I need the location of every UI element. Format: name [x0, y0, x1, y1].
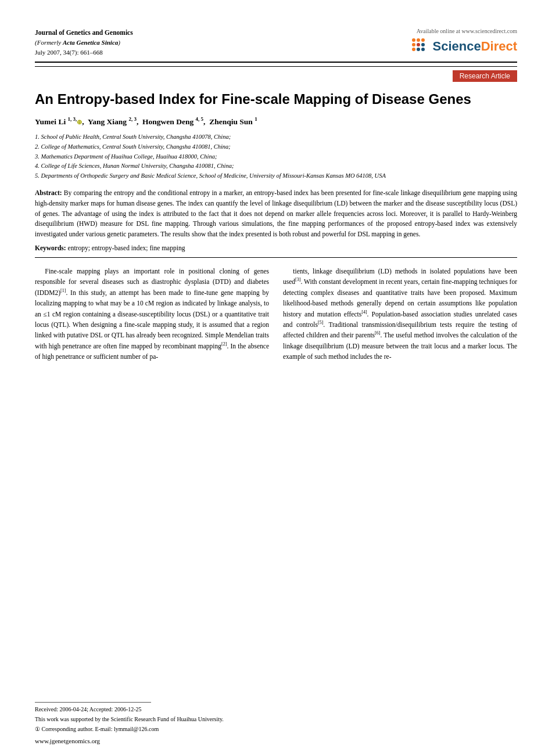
authors-line: Yumei Li 1, 3,⊕, Yang Xiang 2, 3, Hongwe…: [35, 116, 517, 127]
body-col-2: tients, linkage disequilibrium (LD) meth…: [283, 266, 517, 362]
date-volume: July 2007, 34(7): 661–668: [35, 48, 133, 57]
keywords-label: Keywords:: [35, 244, 66, 251]
sd-text: ScienceDirect: [432, 39, 517, 54]
header-divider-thin: [35, 66, 517, 67]
received-date: Received: 2006-04-24; Accepted: 2006-12-…: [35, 705, 517, 714]
formerly: (Formerly Acta Genetica Sinica): [35, 38, 133, 48]
svg-point-7: [417, 48, 420, 51]
sd-dots-icon: [410, 37, 430, 56]
author-3-name: Hongwen Deng: [142, 117, 193, 126]
logo-area: Available online at www.sciencedirect.co…: [410, 28, 517, 56]
affil-1: 1. School of Public Health, Central Sout…: [35, 132, 517, 142]
page: Journal of Genetics and Genomics (Former…: [0, 0, 552, 756]
body-divider: [35, 257, 517, 258]
available-online-text: Available online at www.sciencedirect.co…: [410, 28, 517, 34]
author-1-name: Yumei Li: [35, 117, 66, 126]
svg-point-8: [421, 48, 425, 51]
svg-point-2: [421, 38, 425, 42]
svg-point-1: [417, 38, 420, 42]
badge-row: Research Article: [35, 70, 517, 82]
footer-divider: [35, 702, 151, 703]
abstract-section: Abstract: By comparing the entropy and t…: [35, 188, 517, 240]
journal-info: Journal of Genetics and Genomics (Former…: [35, 28, 133, 57]
svg-point-4: [417, 43, 420, 46]
footer-notes: Received: 2006-04-24; Accepted: 2006-12-…: [35, 705, 517, 734]
svg-point-0: [412, 38, 415, 42]
author-4-name: Zhenqiu Sun: [209, 117, 253, 126]
page-footer: Received: 2006-04-24; Accepted: 2006-12-…: [35, 692, 517, 744]
keywords-section: Keywords: entropy; entropy-based index; …: [35, 244, 517, 251]
affiliations: 1. School of Public Health, Central Sout…: [35, 132, 517, 181]
author-2-sup: 2, 3: [128, 116, 137, 122]
keywords-text: entropy; entropy-based index; fine mappi…: [68, 244, 185, 251]
corresponding-note: ① Corresponding author. E-mail: lymmail@…: [35, 725, 517, 734]
journal-title: Journal of Genetics and Genomics: [35, 28, 133, 38]
article-title: An Entropy-based Index for Fine-scale Ma…: [35, 90, 517, 108]
body-columns: Fine-scale mapping plays an important ro…: [35, 266, 517, 362]
sd-orange-text: Direct: [481, 39, 517, 53]
formerly-close: ): [118, 39, 120, 46]
svg-point-3: [412, 43, 415, 46]
sciencedirect-logo: ScienceDirect: [410, 37, 517, 56]
affil-3: 3. Mathematics Department of Huaihua Col…: [35, 152, 517, 162]
author-1-sup: 1, 3,: [68, 116, 77, 122]
funding-note: This work was supported by the Scientifi…: [35, 715, 517, 724]
body-col2-text: tients, linkage disequilibrium (LD) meth…: [283, 266, 517, 362]
research-article-badge: Research Article: [453, 70, 517, 82]
orcid-icon: ⊕: [77, 118, 82, 125]
svg-point-6: [412, 48, 415, 51]
affil-4: 4. College of Life Sciences, Hunan Norma…: [35, 161, 517, 171]
journal-url: www.jgenetgenomics.org: [35, 737, 517, 744]
formerly-name: Acta Genetica Sinica: [63, 39, 118, 46]
author-2-name: Yang Xiang: [88, 117, 127, 126]
abstract-text: By comparing the entropy and the conditi…: [35, 189, 517, 237]
header-divider-thick: [35, 62, 517, 63]
body-col1-text: Fine-scale mapping plays an important ro…: [35, 266, 269, 362]
svg-point-5: [421, 43, 425, 46]
body-col-1: Fine-scale mapping plays an important ro…: [35, 266, 269, 362]
sd-blue-text: Science: [432, 39, 481, 53]
affil-2: 2. College of Mathematics, Central South…: [35, 142, 517, 152]
formerly-label: (Formerly: [35, 39, 63, 46]
abstract-label: Abstract:: [35, 189, 62, 196]
author-4-sup: 1: [255, 116, 257, 122]
author-3-sup: 4, 5: [196, 116, 204, 122]
affil-5: 5. Departments of Orthopedic Surgery and…: [35, 171, 517, 181]
header: Journal of Genetics and Genomics (Former…: [35, 28, 517, 57]
